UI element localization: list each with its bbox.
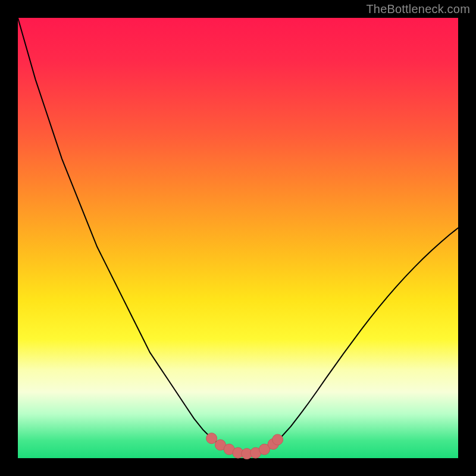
plot-area [18,18,458,458]
bottleneck-curve [18,18,458,454]
curve-layer [18,18,458,458]
highlight-markers [206,433,283,459]
chart-frame: TheBottleneck.com [0,0,476,476]
marker-dot [273,434,283,445]
watermark-text: TheBottleneck.com [366,2,470,16]
marker-dot [206,433,217,444]
